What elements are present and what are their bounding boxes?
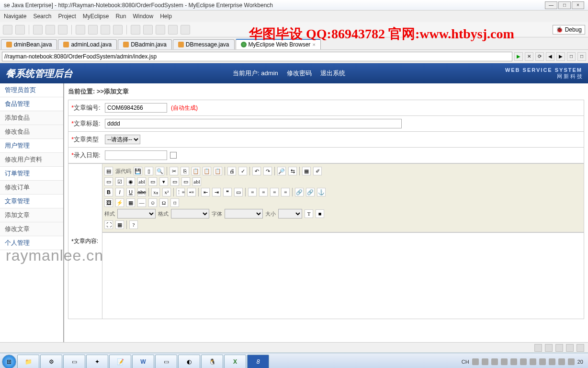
toolbar-btn[interactable] xyxy=(131,25,140,34)
rte-table-icon[interactable]: ▦ xyxy=(126,198,135,207)
rte-maximize-icon[interactable]: ⛶ xyxy=(104,220,113,229)
rte-removeformat-icon[interactable]: ✐ xyxy=(313,167,322,175)
rte-copy-icon[interactable]: ⎘ xyxy=(181,167,189,175)
rte-strike-icon[interactable]: abc xyxy=(137,188,146,196)
browser-nav-btn[interactable]: ⟳ xyxy=(535,52,544,61)
status-icon[interactable] xyxy=(566,344,574,352)
rte-pastetext-icon[interactable]: 📋 xyxy=(203,167,211,175)
menu-navigate[interactable]: Navigate xyxy=(4,13,26,20)
article-id-input[interactable] xyxy=(105,103,167,113)
rte-link-icon[interactable]: 🔗 xyxy=(295,188,304,196)
rte-radio-icon[interactable]: ◉ xyxy=(126,177,135,186)
sidebar-item-order-mgmt[interactable]: 订单管理 xyxy=(0,167,63,181)
task-app[interactable]: ⚙ xyxy=(40,355,62,368)
rte-selectall-icon[interactable]: ▦ xyxy=(302,167,311,175)
rte-spell-icon[interactable]: ✓ xyxy=(238,167,247,175)
browser-nav-btn[interactable]: ✕ xyxy=(525,52,533,61)
tab-adminload[interactable]: adminLoad.java xyxy=(58,39,117,49)
rte-save-icon[interactable]: 💾 xyxy=(134,167,142,175)
browser-nav-btn[interactable]: ▶ xyxy=(556,52,565,61)
rte-italic-icon[interactable]: I xyxy=(115,188,124,196)
article-type-select[interactable]: --请选择-- xyxy=(105,135,140,144)
tab-adminbean[interactable]: dminBean.java xyxy=(1,39,57,49)
tab-dbmessage[interactable]: DBmessage.java xyxy=(173,39,235,49)
menu-search[interactable]: Search xyxy=(33,13,51,20)
go-button[interactable]: ▶ xyxy=(514,52,523,61)
toolbar-btn[interactable] xyxy=(101,25,110,34)
toolbar-btn[interactable] xyxy=(45,25,55,34)
debug-perspective-button[interactable]: 🐞 Debug xyxy=(553,25,585,34)
rte-ol-icon[interactable]: ⋮≡ xyxy=(176,188,185,196)
rte-pasteword-icon[interactable]: 📋 xyxy=(214,167,222,175)
rte-ul-icon[interactable]: •≡ xyxy=(187,188,196,196)
link-change-password[interactable]: 修改密码 xyxy=(287,69,312,78)
tray-icon[interactable] xyxy=(549,358,555,365)
toolbar-btn[interactable] xyxy=(113,25,123,34)
tray-icon[interactable] xyxy=(510,358,517,365)
tray-icon[interactable] xyxy=(558,358,565,365)
toolbar-btn[interactable] xyxy=(181,25,190,34)
rte-justify-icon[interactable]: ≡ xyxy=(281,188,290,196)
task-app[interactable]: ▭ xyxy=(155,355,177,368)
rte-indent-icon[interactable]: ⇥ xyxy=(212,188,221,196)
sidebar-item-add-article[interactable]: 添加文章 xyxy=(0,208,63,222)
task-myeclipse[interactable]: ◐ xyxy=(178,355,200,368)
status-icon[interactable] xyxy=(577,344,584,352)
article-title-input[interactable] xyxy=(105,119,402,128)
rte-sup-icon[interactable]: x² xyxy=(162,188,171,196)
rte-redo-icon[interactable]: ↷ xyxy=(263,167,272,175)
rte-flash-icon[interactable]: ⚡ xyxy=(115,198,124,207)
tab-browser[interactable]: MyEclipse Web Browser× xyxy=(236,39,321,49)
tray-icon[interactable] xyxy=(530,358,536,365)
entry-date-input[interactable] xyxy=(105,150,167,160)
status-icon[interactable] xyxy=(555,344,563,352)
status-icon[interactable] xyxy=(545,344,553,352)
toolbar-btn[interactable] xyxy=(3,25,12,34)
rte-undo-icon[interactable]: ↶ xyxy=(252,167,261,175)
rte-smiley-icon[interactable]: ☺ xyxy=(148,198,157,207)
link-logout[interactable]: 退出系统 xyxy=(320,69,345,78)
rte-cut-icon[interactable]: ✂ xyxy=(170,167,178,175)
rte-hr-icon[interactable]: — xyxy=(137,198,146,207)
rte-style-select[interactable] xyxy=(117,209,156,218)
rte-unlink-icon[interactable]: 🔗 xyxy=(306,188,315,196)
toolbar-btn[interactable] xyxy=(76,25,85,34)
toolbar-btn[interactable] xyxy=(168,25,178,34)
sidebar-item-add-food[interactable]: 添加食品 xyxy=(0,111,63,125)
sidebar-item-edit-food[interactable]: 修改食品 xyxy=(0,125,63,139)
tab-dbadmin[interactable]: DBadmin.java xyxy=(118,39,172,49)
sidebar-item-edit-user[interactable]: 修改用户资料 xyxy=(0,153,63,167)
toolbar-btn[interactable] xyxy=(156,25,165,34)
close-icon[interactable]: × xyxy=(312,42,315,47)
maximize-button[interactable]: □ xyxy=(558,1,571,9)
rte-textcolor-icon[interactable]: T xyxy=(305,209,313,218)
rte-content-area[interactable] xyxy=(102,232,584,319)
menu-window[interactable]: Window xyxy=(133,13,153,20)
tray-icon[interactable] xyxy=(539,358,546,365)
tray-icon[interactable] xyxy=(491,358,498,365)
rte-font-select[interactable] xyxy=(225,209,263,218)
toolbar-btn[interactable] xyxy=(58,25,68,34)
rte-underline-icon[interactable]: U xyxy=(126,188,135,196)
task-qq[interactable]: 🐧 xyxy=(201,355,223,368)
sidebar-item-food-mgmt[interactable]: 食品管理 xyxy=(0,97,63,111)
rte-print-icon[interactable]: 🖨 xyxy=(227,167,236,175)
sidebar-item-article-mgmt[interactable]: 文章管理 xyxy=(0,195,63,208)
address-input[interactable] xyxy=(2,52,512,61)
rte-size-select[interactable] xyxy=(278,209,302,218)
task-app[interactable]: ▭ xyxy=(63,355,85,368)
ime-indicator[interactable]: CH xyxy=(462,359,469,365)
rte-source-btn[interactable]: ▤ xyxy=(104,167,113,175)
rte-bold-icon[interactable]: B xyxy=(104,188,113,196)
rte-div-icon[interactable]: ▭ xyxy=(234,188,243,196)
rte-anchor-icon[interactable]: ⚓ xyxy=(317,188,326,196)
rte-center-icon[interactable]: ≡ xyxy=(259,188,268,196)
rte-quote-icon[interactable]: ❝ xyxy=(223,188,232,196)
tray-icon[interactable] xyxy=(568,358,575,365)
rte-image-icon[interactable]: 🖼 xyxy=(104,198,113,207)
close-button[interactable]: × xyxy=(572,1,584,9)
rte-bgcolor-icon[interactable]: ■ xyxy=(316,209,324,218)
tray-icon[interactable] xyxy=(482,358,488,365)
rte-form-icon[interactable]: ▭ xyxy=(104,177,113,186)
toolbar-btn[interactable] xyxy=(88,25,98,34)
